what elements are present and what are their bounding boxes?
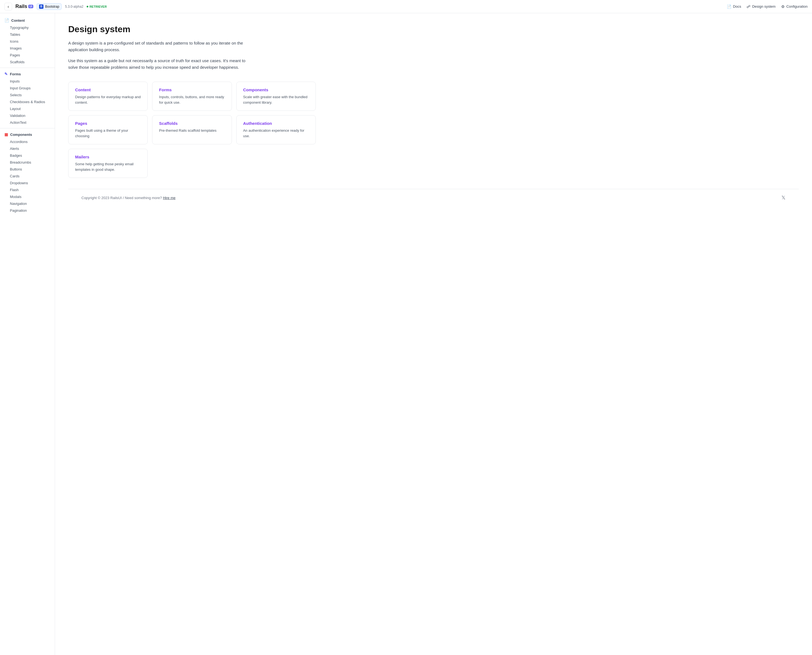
card-content[interactable]: Content Design patterns for everyday mar… xyxy=(68,81,148,111)
sidebar-item-dropdowns[interactable]: Dropdowns xyxy=(0,180,55,186)
docs-label: Docs xyxy=(733,5,741,9)
hire-link[interactable]: Hire me xyxy=(163,196,175,200)
logo-text: Rails xyxy=(15,3,27,9)
sidebar-item-checkboxes[interactable]: Checkboxes & Radios xyxy=(0,98,55,105)
retriever-dot xyxy=(87,6,88,8)
card-authentication-description: An authentication experience ready for u… xyxy=(243,128,309,138)
page-title: Design system xyxy=(68,24,799,34)
sidebar: 📄 Content Typography Tables Icons Images… xyxy=(0,13,55,655)
sidebar-content-label: Content xyxy=(11,18,25,23)
sidebar-section-header-content: 📄 Content xyxy=(0,17,55,24)
sidebar-section-forms: ✎ Forms Inputs Input Groups Selects Chec… xyxy=(0,70,55,126)
brand-badge: B Bootstrap xyxy=(37,3,62,10)
card-content-description: Design patterns for everyday markup and … xyxy=(75,94,141,105)
brand-name: Bootstrap xyxy=(45,5,59,9)
card-authentication-title: Authentication xyxy=(243,121,309,126)
nav-right: 📄 Docs ☍ Design system ⚙ Configuration xyxy=(727,5,807,9)
configuration-link[interactable]: ⚙ Configuration xyxy=(781,5,807,9)
card-scaffolds[interactable]: Scaffolds Pre-themed Rails scaffold temp… xyxy=(152,115,232,145)
card-forms-title: Forms xyxy=(159,88,225,92)
components-section-icon: ▦ xyxy=(5,132,8,137)
app-body: 📄 Content Typography Tables Icons Images… xyxy=(0,13,812,655)
docs-link[interactable]: 📄 Docs xyxy=(727,5,741,9)
card-forms[interactable]: Forms Inputs, controls, buttons, and mor… xyxy=(152,81,232,111)
page-description-2: Use this system as a guide but not neces… xyxy=(68,57,255,71)
twitter-icon[interactable]: 𝕏 xyxy=(781,195,786,201)
card-pages[interactable]: Pages Pages built using a theme of your … xyxy=(68,115,148,145)
footer-text: Copyright © 2023 RailsUI / Need somethin… xyxy=(82,196,175,200)
card-scaffolds-description: Pre-themed Rails scaffold templates xyxy=(159,128,225,133)
sidebar-item-breadcrumbs[interactable]: Breadcrumbs xyxy=(0,159,55,166)
design-system-label: Design system xyxy=(752,5,775,9)
top-nav: ‹ Rails UI B Bootstrap 5.3.0-alpha2 RETR… xyxy=(0,0,812,13)
footer: Copyright © 2023 RailsUI / Need somethin… xyxy=(68,189,799,206)
design-system-link[interactable]: ☍ Design system xyxy=(746,5,775,9)
sidebar-section-header-components: ▦ Components xyxy=(0,131,55,138)
card-forms-description: Inputs, controls, buttons, and more read… xyxy=(159,94,225,105)
card-content-title: Content xyxy=(75,88,141,92)
sidebar-item-typography[interactable]: Typography xyxy=(0,24,55,31)
sidebar-item-inputs[interactable]: Inputs xyxy=(0,78,55,85)
back-icon: ‹ xyxy=(8,5,9,9)
sidebar-section-components: ▦ Components Accordions Alerts Badges Br… xyxy=(0,131,55,214)
sidebar-item-buttons[interactable]: Buttons xyxy=(0,166,55,173)
card-mailers-description: Some help getting those pesky email temp… xyxy=(75,161,141,172)
sidebar-item-navigation[interactable]: Navigation xyxy=(0,200,55,207)
version-badge: 5.3.0-alpha2 xyxy=(65,5,83,9)
footer-copyright: Copyright © 2023 RailsUI / Need somethin… xyxy=(82,196,162,200)
main-content: Design system A design system is a pre-c… xyxy=(55,13,812,655)
retriever-label: RETRIEVER xyxy=(89,5,107,8)
sidebar-forms-label: Forms xyxy=(10,72,21,76)
sidebar-item-flash[interactable]: Flash xyxy=(0,186,55,193)
page-description-1: A design system is a pre-configured set … xyxy=(68,40,255,53)
sidebar-item-actiontext[interactable]: ActionText xyxy=(0,119,55,126)
card-mailers[interactable]: Mailers Some help getting those pesky em… xyxy=(68,149,148,178)
gear-icon: ⚙ xyxy=(781,5,785,9)
configuration-label: Configuration xyxy=(786,5,807,9)
sidebar-section-content: 📄 Content Typography Tables Icons Images… xyxy=(0,17,55,65)
sidebar-item-tables[interactable]: Tables xyxy=(0,31,55,38)
card-components-title: Components xyxy=(243,88,309,92)
sidebar-item-selects[interactable]: Selects xyxy=(0,92,55,98)
sidebar-item-modals[interactable]: Modals xyxy=(0,193,55,200)
sidebar-item-badges[interactable]: Badges xyxy=(0,152,55,159)
forms-section-icon: ✎ xyxy=(5,72,8,76)
card-components-description: Scale with greater ease with the bundled… xyxy=(243,94,309,105)
cards-grid: Content Design patterns for everyday mar… xyxy=(68,81,316,178)
content-section-icon: 📄 xyxy=(5,18,9,23)
sidebar-item-accordions[interactable]: Accordions xyxy=(0,138,55,145)
sidebar-divider-1 xyxy=(0,68,55,68)
sidebar-item-layout[interactable]: Layout xyxy=(0,105,55,112)
retriever-badge: RETRIEVER xyxy=(87,5,107,8)
logo-badge: UI xyxy=(28,5,33,8)
docs-icon: 📄 xyxy=(727,5,731,9)
sidebar-item-input-groups[interactable]: Input Groups xyxy=(0,85,55,92)
sidebar-section-header-forms: ✎ Forms xyxy=(0,70,55,78)
sidebar-item-alerts[interactable]: Alerts xyxy=(0,145,55,152)
card-pages-description: Pages built using a theme of your choosi… xyxy=(75,128,141,138)
card-scaffolds-title: Scaffolds xyxy=(159,121,225,126)
card-pages-title: Pages xyxy=(75,121,141,126)
sidebar-components-label: Components xyxy=(10,132,32,137)
sidebar-item-pagination[interactable]: Pagination xyxy=(0,207,55,214)
card-authentication[interactable]: Authentication An authentication experie… xyxy=(236,115,316,145)
card-mailers-title: Mailers xyxy=(75,155,141,159)
sidebar-item-validation[interactable]: Validation xyxy=(0,112,55,119)
sidebar-item-pages[interactable]: Pages xyxy=(0,52,55,58)
brand-icon: B xyxy=(39,5,43,9)
sidebar-item-cards[interactable]: Cards xyxy=(0,173,55,180)
sidebar-item-images[interactable]: Images xyxy=(0,45,55,52)
card-components[interactable]: Components Scale with greater ease with … xyxy=(236,81,316,111)
back-button[interactable]: ‹ xyxy=(5,3,12,11)
sidebar-item-scaffolds[interactable]: Scaffolds xyxy=(0,58,55,65)
sidebar-item-icons[interactable]: Icons xyxy=(0,38,55,45)
logo: Rails UI xyxy=(15,3,33,9)
design-system-icon: ☍ xyxy=(746,5,750,9)
nav-left: ‹ Rails UI B Bootstrap 5.3.0-alpha2 RETR… xyxy=(5,3,107,11)
